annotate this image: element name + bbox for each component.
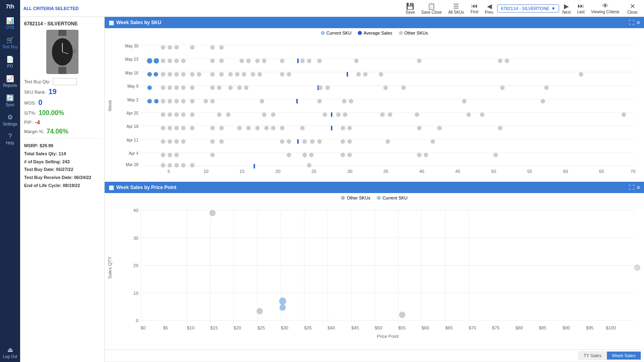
svg-point-122 — [181, 99, 186, 103]
svg-text:70: 70 — [631, 169, 636, 174]
svg-text:$45: $45 — [351, 326, 359, 331]
svg-point-137 — [217, 112, 221, 117]
svg-point-54 — [147, 72, 152, 76]
nav-otb-label: OTB — [6, 25, 14, 30]
nav-reports[interactable]: 📈 Reports — [0, 72, 20, 91]
svg-point-116 — [401, 86, 406, 90]
chart2-icon: ▦ — [109, 184, 114, 191]
svg-point-181 — [317, 139, 322, 144]
close-button[interactable]: ✕ Close — [624, 1, 641, 16]
svg-point-182 — [341, 139, 345, 144]
svg-text:$100: $100 — [606, 326, 616, 331]
chart2-title: Week Sales by Price Point — [116, 185, 176, 190]
svg-point-253 — [399, 312, 405, 318]
sku-selector[interactable]: 6782114 - SILVERTONE ▼ — [497, 4, 559, 12]
svg-point-147 — [466, 112, 471, 117]
svg-point-150 — [161, 126, 165, 130]
svg-text:$5: $5 — [163, 326, 168, 331]
svg-text:Price Point: Price Point — [377, 334, 399, 339]
top-bar: ALL CRITERIA SELECTED 💾 Save 📋 Save Clos… — [20, 0, 644, 17]
nav-sync[interactable]: 🔄 Sync — [0, 91, 20, 110]
nav-logout[interactable]: ⏏ Log Out — [0, 343, 20, 362]
chart2-menu-button[interactable]: ≡ — [637, 184, 640, 191]
svg-point-190 — [287, 153, 291, 157]
last-button[interactable]: ⏭ Last — [574, 1, 588, 16]
svg-point-188 — [174, 153, 179, 157]
prev-button[interactable]: ◀ Prev. — [482, 1, 497, 16]
test-buy-qty-label: Test Buy Qty: — [24, 79, 50, 84]
svg-text:$55: $55 — [398, 326, 406, 331]
svg-point-60 — [167, 45, 172, 49]
svg-point-93 — [242, 72, 246, 76]
toolbar-right: 👁 Viewing Criteria ✕ Close — [588, 1, 641, 16]
svg-rect-3 — [74, 49, 76, 53]
svg-text:$35: $35 — [304, 326, 312, 331]
prev-icon: ◀ — [487, 2, 492, 10]
svg-point-74 — [262, 59, 266, 63]
svg-point-198 — [161, 163, 165, 167]
left-panel: 6782114 - SILVERTONE — [20, 17, 105, 362]
svg-point-75 — [280, 59, 285, 63]
svg-point-114 — [325, 86, 330, 90]
svg-point-175 — [210, 139, 215, 144]
all-skus-button[interactable]: ☰ All SKUs — [445, 1, 467, 16]
legend-average-dot — [358, 31, 362, 35]
viewing-criteria-button[interactable]: 👁 Viewing Criteria — [588, 1, 623, 16]
svg-point-136 — [190, 112, 194, 117]
sku-rank-value: 19 — [48, 88, 56, 96]
week-sales-tab[interactable]: Week Sales — [607, 352, 641, 360]
legend-average-sales: Average Sales — [358, 31, 392, 35]
svg-point-57 — [147, 99, 152, 103]
svg-text:Apr 11: Apr 11 — [126, 138, 138, 142]
svg-point-184 — [386, 139, 390, 144]
svg-text:Apr 18: Apr 18 — [126, 124, 138, 129]
chart2-expand-button[interactable]: ⛶ — [629, 184, 634, 191]
chart2-panel: ▦ Week Sales by Price Point ⛶ ≡ Other SK… — [105, 182, 644, 361]
nav-help[interactable]: ? Help — [0, 130, 20, 148]
svg-text:25: 25 — [312, 169, 316, 174]
settings-icon: ⚙ — [7, 113, 13, 121]
svg-point-141 — [323, 112, 327, 117]
svg-text:$85: $85 — [539, 326, 547, 331]
bottom-tabs: TY Sales Week Sales — [105, 350, 644, 361]
chart1-expand-button[interactable]: ⛶ — [629, 19, 634, 26]
ty-sales-tab[interactable]: TY Sales — [578, 352, 607, 360]
chart1-menu-button[interactable]: ≡ — [637, 19, 640, 26]
svg-text:$25: $25 — [258, 326, 265, 331]
app-logo: 7th — [6, 3, 14, 10]
nav-reports-label: Reports — [3, 83, 17, 88]
svg-point-88 — [197, 72, 201, 76]
svg-text:$90: $90 — [563, 326, 570, 331]
test-buy-qty-input[interactable] — [53, 78, 77, 85]
st-label: S/T%: — [24, 111, 36, 115]
svg-text:May 30: May 30 — [125, 44, 138, 48]
svg-point-69 — [210, 59, 215, 63]
svg-text:Apr 4: Apr 4 — [129, 151, 138, 156]
svg-point-153 — [181, 126, 186, 130]
svg-text:Apr 25: Apr 25 — [126, 111, 138, 115]
nav-test-buy[interactable]: 🛒 Test Buy — [0, 33, 20, 52]
svg-point-96 — [280, 72, 285, 76]
svg-point-85 — [174, 72, 179, 76]
svg-text:$15: $15 — [210, 326, 218, 331]
save-close-label: Save Close — [421, 10, 442, 14]
svg-point-101 — [579, 72, 583, 76]
pip-row: PIP: -4 — [24, 119, 100, 125]
save-close-button[interactable]: 📋 Save Close — [418, 1, 445, 16]
svg-text:$0: $0 — [140, 326, 145, 331]
nav-po[interactable]: 📄 PO — [0, 52, 20, 72]
chart2-controls: ⛶ ≡ — [629, 184, 640, 191]
charts-area: ▦ Week Sales by SKU ⛶ ≡ Current SKU — [105, 17, 644, 362]
svg-text:May 2: May 2 — [127, 98, 138, 102]
svg-point-155 — [210, 126, 215, 130]
svg-text:May 23: May 23 — [125, 57, 138, 62]
save-button[interactable]: 💾 Save — [402, 1, 418, 16]
legend2-other: Other SKUs — [341, 195, 370, 200]
next-icon: ▶ — [564, 2, 569, 10]
first-button[interactable]: ⏮ First — [467, 1, 481, 16]
nav-otb[interactable]: 📊 OTB — [0, 14, 20, 33]
next-button[interactable]: ▶ Next — [559, 1, 574, 16]
test-buy-qty-row: Test Buy Qty: — [24, 78, 100, 85]
svg-point-149 — [621, 112, 626, 117]
nav-settings[interactable]: ⚙ Settings — [0, 110, 20, 130]
